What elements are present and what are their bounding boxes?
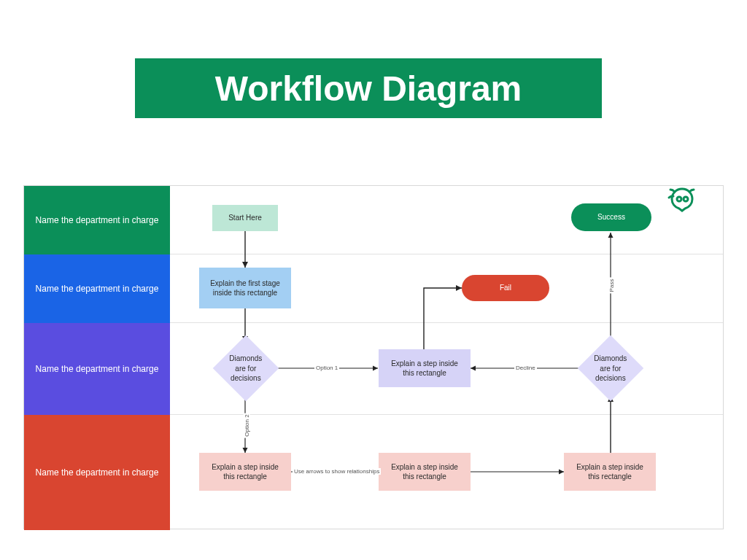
lane-4-header: Name the department in charge: [24, 415, 170, 530]
decision-2-label: Diamonds are for decisions: [593, 354, 628, 384]
celebrate-icon: [665, 182, 700, 219]
lane-2-header: Name the department in charge: [24, 254, 170, 323]
workflow-canvas: Name the department in charge Name the d…: [23, 185, 724, 529]
start-node: Start Here: [212, 205, 278, 231]
decision-1-label: Diamonds are for decisions: [228, 354, 263, 384]
lane-3-header: Name the department in charge: [24, 323, 170, 415]
step-pink-2-node: Explain a step inside this rectangle: [379, 453, 471, 491]
edge-decline-label: Decline: [514, 365, 537, 371]
step-pink-3-node: Explain a step inside this rectangle: [564, 453, 656, 491]
stage-1-node: Explain the first stage inside this rect…: [199, 268, 291, 308]
edge-arrows-hint-label: Use arrows to show relationships: [293, 468, 381, 475]
edge-option-2-label: Option 2: [244, 413, 250, 438]
lane-1-header: Name the department in charge: [24, 186, 170, 254]
step-lavender-node: Explain a step inside this rectangle: [379, 349, 471, 387]
svg-point-10: [684, 197, 688, 201]
page-title: Workflow Diagram: [135, 58, 602, 118]
success-node: Success: [571, 203, 651, 231]
svg-point-9: [677, 197, 681, 201]
step-pink-1-node: Explain a step inside this rectangle: [199, 453, 291, 491]
edge-pass-label: Pass: [608, 278, 615, 294]
fail-node: Fail: [462, 275, 549, 301]
edge-option-1-label: Option 1: [314, 365, 339, 371]
